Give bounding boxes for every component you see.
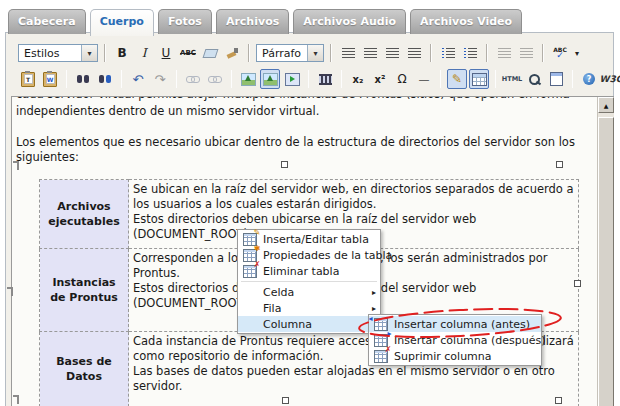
- menu-item-insert-column-before[interactable]: ◂ Insertar columna (antes): [369, 316, 541, 332]
- remove-format-button[interactable]: [200, 43, 220, 63]
- spellcheck-button[interactable]: ABC ✓: [550, 43, 570, 63]
- vertical-scrollbar[interactable]: ▲: [597, 97, 614, 406]
- help-button[interactable]: ?: [579, 69, 599, 89]
- superscript-button[interactable]: x²: [370, 69, 390, 89]
- tab-cuerpo[interactable]: Cuerpo: [90, 9, 154, 36]
- table-resize-handle[interactable]: [574, 280, 581, 287]
- align-right-icon: [386, 48, 399, 59]
- numbered-list-button[interactable]: [460, 43, 480, 63]
- format-painter-button[interactable]: [222, 43, 242, 63]
- scrollbar-thumb[interactable]: [598, 117, 614, 406]
- bullet-list-button[interactable]: [438, 43, 458, 63]
- paste-text-icon: T: [21, 72, 35, 87]
- strikethrough-button[interactable]: ABC: [178, 43, 198, 63]
- table-context-menu: ✎ Inserta/Editar tabla ✱ Propiedades de …: [237, 229, 381, 334]
- clipped-text-line: cada servidor virtual permite alojar múl…: [16, 97, 608, 102]
- menu-item-cell[interactable]: Celda ▸: [238, 284, 380, 300]
- horizontal-rule-button[interactable]: —: [414, 69, 434, 89]
- find-replace-button[interactable]: [95, 69, 115, 89]
- toolbar-separator: [248, 44, 250, 62]
- table-header-cell[interactable]: Instancias de Prontus: [40, 249, 129, 332]
- table-header-cell[interactable]: Archivos ejecutables: [40, 180, 129, 249]
- toolbar-separator: [440, 70, 441, 88]
- underline-button[interactable]: U: [156, 43, 176, 63]
- align-left-button[interactable]: [338, 43, 358, 63]
- special-char-button[interactable]: Ω: [392, 69, 412, 89]
- margin-marker: [13, 395, 19, 404]
- outdent-button[interactable]: [494, 43, 514, 63]
- delete-column-icon: ✗: [374, 350, 388, 363]
- submenu-arrow-icon: ▸: [372, 288, 376, 297]
- menu-item-delete-table[interactable]: ✗ Eliminar tabla: [238, 263, 380, 279]
- w3c-validate-button[interactable]: W3C: [601, 69, 620, 89]
- block-format-dropdown[interactable]: Párrafo ▾: [256, 44, 324, 62]
- chevron-down-icon[interactable]: ▾: [81, 45, 97, 61]
- spellcheck-menu-button[interactable]: ▾: [572, 43, 582, 63]
- table-resize-handle[interactable]: [555, 397, 562, 404]
- indent-button[interactable]: [516, 43, 536, 63]
- insert-image-button[interactable]: [238, 69, 258, 89]
- table-header-cell[interactable]: Bases de Datos: [40, 332, 129, 406]
- bullet-list-icon: [442, 48, 455, 59]
- scrollbar-up-button[interactable]: ▲: [598, 97, 614, 113]
- menu-item-row[interactable]: Fila ▸: [238, 300, 380, 316]
- column-submenu: ◂ Insertar columna (antes) ▸ Insertar co…: [368, 314, 542, 366]
- image-manager-button[interactable]: [260, 69, 280, 89]
- styles-dropdown-value: Estilos: [19, 47, 81, 60]
- toolbar-separator: [176, 70, 177, 88]
- binoculars-icon: [77, 75, 89, 83]
- toolbar-separator: [231, 70, 232, 88]
- align-center-icon: [364, 48, 377, 59]
- cms-editor-window: Cabecera Cuerpo Fotos Archivos Archivos …: [0, 0, 620, 406]
- insert-link-button[interactable]: [183, 69, 203, 89]
- find-button[interactable]: [73, 69, 93, 89]
- link-icon: [186, 75, 200, 83]
- edit-mode-button[interactable]: ✎: [447, 69, 467, 89]
- unlink-icon: [208, 75, 222, 83]
- eraser-icon: [202, 49, 218, 58]
- tab-cabecera[interactable]: Cabecera: [8, 9, 86, 34]
- margin-marker: [7, 287, 13, 296]
- unlink-button[interactable]: [205, 69, 225, 89]
- chevron-down-icon[interactable]: ▾: [307, 45, 323, 61]
- paste-from-word-button[interactable]: W: [40, 69, 60, 89]
- subscript-button[interactable]: x₂: [348, 69, 368, 89]
- toolbar-separator: [341, 70, 342, 88]
- film-icon: [319, 74, 332, 85]
- table-resize-handle[interactable]: [282, 397, 289, 404]
- redo-button[interactable]: ↷: [150, 69, 170, 89]
- table-resize-handle[interactable]: [556, 161, 563, 168]
- toolbar-separator: [542, 44, 544, 62]
- tab-fotos[interactable]: Fotos: [158, 9, 212, 34]
- styles-dropdown[interactable]: Estilos ▾: [18, 44, 98, 62]
- italic-button[interactable]: I: [134, 43, 154, 63]
- table-resize-handle[interactable]: [281, 161, 288, 168]
- paste-as-text-button[interactable]: T: [18, 69, 38, 89]
- tab-archivos-video[interactable]: Archivos Video: [410, 9, 522, 34]
- html-source-button[interactable]: HTML: [502, 69, 522, 89]
- menu-item-delete-column[interactable]: ✗ Suprimir columna: [369, 348, 541, 364]
- submenu-arrow-icon: ▸: [372, 304, 376, 313]
- menu-item-column[interactable]: Columna ▸: [238, 316, 380, 332]
- align-justify-button[interactable]: [404, 43, 424, 63]
- magnifier-icon: [529, 74, 540, 85]
- fullscreen-button[interactable]: [546, 69, 566, 89]
- menu-item-insert-column-after[interactable]: ▸ Insertar columna (después): [369, 332, 541, 348]
- align-center-button[interactable]: [360, 43, 380, 63]
- insert-movie-button[interactable]: [315, 69, 335, 89]
- preview-button[interactable]: [524, 69, 544, 89]
- bold-button[interactable]: B: [112, 43, 132, 63]
- align-justify-icon: [408, 48, 421, 59]
- toolbar-separator: [495, 70, 496, 88]
- align-right-button[interactable]: [382, 43, 402, 63]
- tab-archivos[interactable]: Archivos: [216, 9, 289, 34]
- insert-media-button[interactable]: [282, 69, 302, 89]
- spellcheck-icon: ABC ✓: [553, 47, 567, 60]
- toolbar-separator: [121, 70, 122, 88]
- toolbar-row-1: Estilos ▾ B I U ABC Párrafo ▾: [6, 40, 613, 66]
- toolbar-separator: [430, 44, 432, 62]
- toolbar-separator: [486, 44, 488, 62]
- undo-button[interactable]: ↶: [128, 69, 148, 89]
- insert-table-button[interactable]: [469, 69, 489, 89]
- tab-archivos-audio[interactable]: Archivos Audio: [293, 9, 406, 34]
